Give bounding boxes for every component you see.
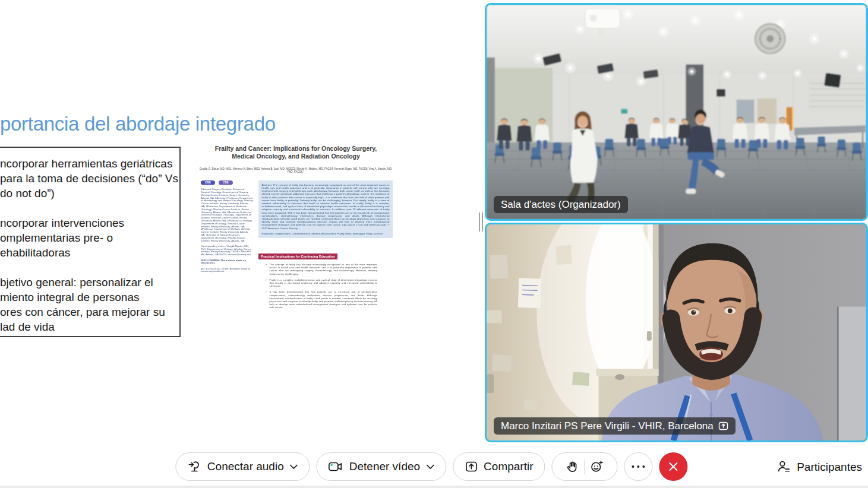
paper-authors: Cecilia G. Ethun, MD, MS1; Mehmet A. Bil… [197,167,394,173]
connect-audio-label: Conectar audio [207,460,284,473]
close-x-icon [668,461,679,472]
paper-right-column: Abstract: The concept of frailty has bec… [258,180,393,312]
practical-bullet: It has been demonstrated that frail pati… [265,290,377,309]
slide-bullet-line [0,201,181,216]
paper-keywords: Keywords: complications, Comprehensive G… [262,232,390,235]
slide-bullet-line: lad de vida [0,319,181,334]
speaker-video [487,224,866,441]
participants-label: Participantes [797,460,862,473]
paper-doi: doi: 10.3322/caac.21406. Available onlin… [201,267,253,273]
video-label-sala-dactes: Sala d'actes (Organizador) [494,196,628,213]
slide-bullet-line: ores con cáncer, para mejorar su [0,305,181,319]
conference-room-video [487,5,866,219]
connect-audio-button[interactable]: Conectar audio [175,452,310,481]
slide-bullet-line: omplementarias pre- o [0,230,181,245]
slide-bullet-line [0,260,181,275]
audio-connect-icon [187,460,201,474]
cme-badge: CME [201,180,215,185]
paper-left-column: CME CNE 1General Surgery Resident, Divis… [201,180,253,275]
share-icon [465,460,478,473]
slide-bullet-line: ncorporar intervenciones [0,216,181,230]
cne-badge: CNE [219,180,233,185]
practical-implications-list: The concept of frailty has become increa… [258,263,377,309]
ellipsis-icon [632,465,645,468]
window-bottom-edge [0,486,868,488]
share-button[interactable]: Compartir [453,452,545,481]
paper-affiliations: 1General Surgery Resident, Division of S… [201,188,253,242]
reactions-button[interactable] [585,460,609,473]
paper-corresponding: Corresponding author: Viraj A. Master, M… [201,245,253,256]
stop-video-label: Detener vídeo [349,460,420,473]
more-options-button[interactable] [624,452,653,481]
slide-bullet-line: miento integral de personas [0,290,181,305]
slide-bullet-line: do not do”) [0,186,181,201]
practical-bullet: The concept of frailty has become increa… [265,263,377,275]
video-tile-marco-inzitari[interactable]: Marco Inzitari PS Pere Virgili - VHIR, B… [485,223,868,442]
practical-implications-banner: Practical Implications for Continuing Ed… [258,253,337,259]
paper-abstract: Abstract: The concept of frailty has bec… [258,180,393,238]
slide-title: portancia del abordaje integrado [0,113,276,135]
panel-resize-handle[interactable] [479,213,483,232]
practical-bullet: Frailty is a complex, multidimensional, … [265,278,377,288]
stop-video-button[interactable]: Detener vídeo [317,452,446,481]
video-label-marco-inzitari: Marco Inzitari PS Pere Virgili - VHIR, B… [494,417,736,435]
paper-thumbnail: Frailty and Cancer: Implications for Onc… [197,140,394,356]
slide-bullet-line: ncorporar herramientas geriátricas [0,156,181,171]
paper-disclosures: DISCLOSURES: The authors made no disclos… [201,259,253,265]
participants-button[interactable]: Participantes [777,460,862,474]
leave-meeting-button[interactable] [659,452,688,481]
sharing-indicator-icon [718,421,728,431]
reactions-group [552,452,618,481]
slide-bullets: ncorporar herramientas geriátricas para … [0,156,181,334]
chevron-down-icon[interactable] [290,464,298,470]
raise-hand-button[interactable] [561,460,585,473]
paper-title: Frailty and Cancer: Implications for Onc… [197,145,394,160]
slide-bullet-line: ehabilitadoras [0,245,181,260]
meeting-window: portancia del abordaje integrado ncorpor… [0,0,868,488]
share-label: Compartir [484,460,533,473]
video-tile-sala-dactes[interactable]: Sala d'actes (Organizador) [485,3,868,221]
slide-bullet-line: para la toma de decisiones (“do” Vs [0,171,181,186]
slide-bullet-line: bjetivo general: personalizar el [0,275,181,290]
participants-icon [777,460,791,474]
video-camera-icon [329,461,343,473]
meeting-toolbar: Conectar audio Detener vídeo [0,450,868,483]
paper-badges: CME CNE [201,180,253,185]
chevron-down-icon[interactable] [426,464,434,470]
